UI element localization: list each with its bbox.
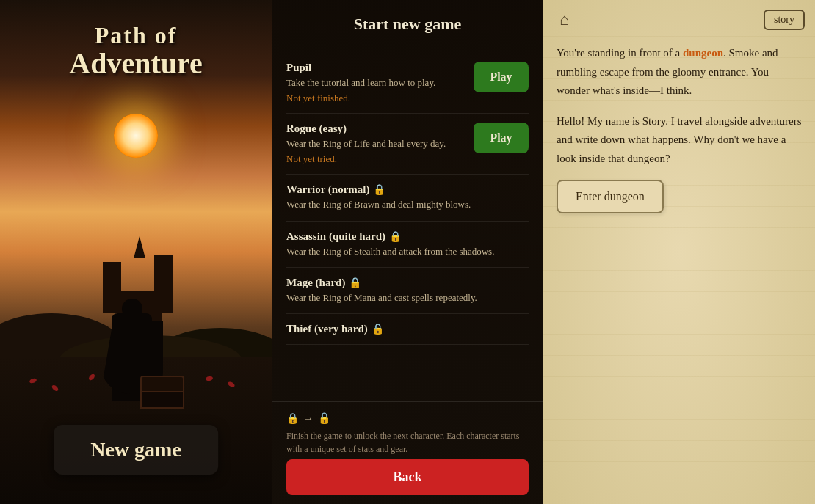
castle-spire xyxy=(134,236,145,258)
char-status-pupil: Not yet finished. xyxy=(286,92,466,104)
panel-title: Start new game xyxy=(286,15,529,34)
char-desc-warrior: Wear the Ring of Brawn and deal mighty b… xyxy=(286,198,521,211)
lock-green-icon: 🔓 xyxy=(318,411,330,426)
panel-footer: 🔒 → 🔓 Finish the game to unlock the next… xyxy=(272,401,543,504)
lock-icon-thief: 🔒 xyxy=(372,323,384,335)
story-paragraph-1: You're standing in front of a dungeon. S… xyxy=(557,44,802,101)
back-button[interactable]: Back xyxy=(286,459,529,495)
game-title: Path of Adventure xyxy=(0,22,272,78)
story-toolbar: ⌂ story xyxy=(543,0,815,37)
char-name-rogue: Rogue (easy) xyxy=(286,123,466,135)
characters-list[interactable]: Pupil Take the tutorial and learn how to… xyxy=(272,45,543,401)
title-path-text: Path of xyxy=(0,22,272,49)
char-name-pupil: Pupil xyxy=(286,62,466,74)
treasure-chest xyxy=(140,376,184,409)
character-item-warrior: Warrior (normal) 🔒 Wear the Ring of Braw… xyxy=(286,175,529,221)
lock-icon-mage: 🔒 xyxy=(349,277,361,289)
lock-icon-assassin: 🔒 xyxy=(389,230,402,243)
character-item-mage: Mage (hard) 🔒 Wear the Ring of Mana and … xyxy=(286,268,529,314)
char-desc-pupil: Take the tutorial and learn how to play. xyxy=(286,76,466,90)
unlock-row: 🔒 → 🔓 xyxy=(286,411,529,426)
story-tab[interactable]: story xyxy=(764,10,805,30)
story-content: ⌂ story You're standing in front of a du… xyxy=(543,0,815,504)
unlock-text: Finish the game to unlock the next chara… xyxy=(286,429,529,456)
panel-header: Start new game xyxy=(272,0,543,45)
char-name-warrior: Warrior (normal) 🔒 xyxy=(286,183,521,196)
story-panel: ⌂ story You're standing in front of a du… xyxy=(543,0,815,504)
char-status-rogue: Not yet tried. xyxy=(286,153,466,165)
dungeon-highlight: dungeon xyxy=(683,47,723,59)
char-name-mage: Mage (hard) 🔒 xyxy=(286,277,521,289)
lock-red-icon: 🔒 xyxy=(286,411,299,426)
play-button-rogue[interactable]: Play xyxy=(474,123,529,153)
title-panel: Path of Adventure New game xyxy=(0,0,272,504)
story-paragraph-2: Hello! My name is Story. I travel alongs… xyxy=(557,112,802,169)
character-item-assassin: Assassin (quite hard) 🔒 Wear the Ring of… xyxy=(286,222,529,268)
character-item-pupil: Pupil Take the tutorial and learn how to… xyxy=(286,53,529,114)
char-name-assassin: Assassin (quite hard) 🔒 xyxy=(286,230,521,243)
title-adventure-text: Adventure xyxy=(0,49,272,78)
char-desc-mage: Wear the Ring of Mana and cast spells re… xyxy=(286,291,521,304)
home-button[interactable]: ⌂ xyxy=(554,7,575,32)
sun xyxy=(114,114,158,158)
character-item-rogue: Rogue (easy) Wear the Ring of Life and h… xyxy=(286,114,529,175)
char-desc-assassin: Wear the Ring of Stealth and attack from… xyxy=(286,245,521,258)
character-item-thief: Thief (very hard) 🔒 xyxy=(286,314,529,345)
panel-content: Start new game Pupil Take the tutorial a… xyxy=(272,0,543,504)
arrow-icon: → xyxy=(303,411,314,426)
new-game-button[interactable]: New game xyxy=(54,425,218,475)
char-desc-rogue: Wear the Ring of Life and heal every day… xyxy=(286,137,466,150)
char-name-thief: Thief (very hard) 🔒 xyxy=(286,323,521,335)
character-select-panel: Start new game Pupil Take the tutorial a… xyxy=(272,0,543,504)
story-text-area: You're standing in front of a dungeon. S… xyxy=(543,37,815,504)
lock-icon-warrior: 🔒 xyxy=(373,183,385,196)
play-button-pupil[interactable]: Play xyxy=(474,62,529,92)
enter-dungeon-button[interactable]: Enter dungeon xyxy=(557,180,664,213)
